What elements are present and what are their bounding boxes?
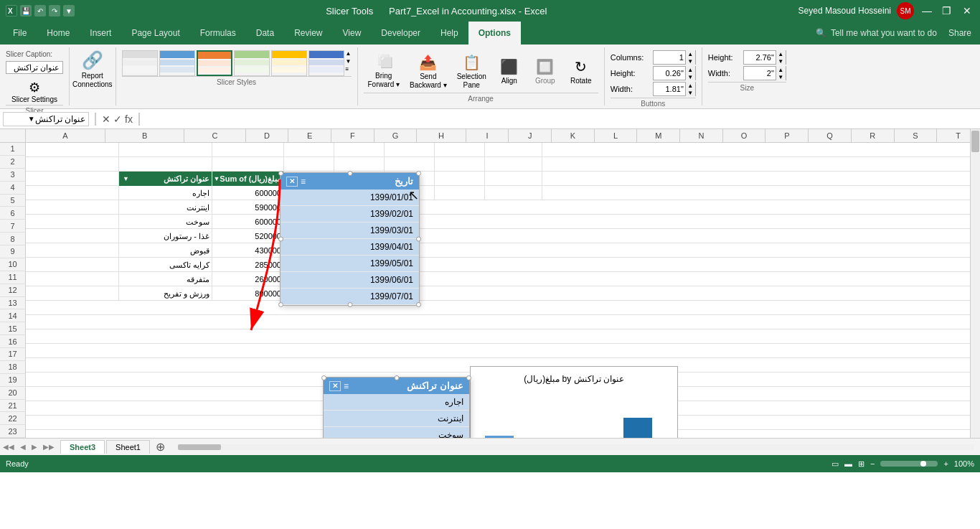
- formula-input[interactable]: [146, 113, 977, 124]
- swatch-up[interactable]: ▲: [346, 50, 352, 57]
- cell-B6[interactable]: سوخت: [119, 215, 212, 229]
- cell-B11[interactable]: ورزش و تفریح: [119, 286, 212, 301]
- cancel-formula-icon[interactable]: ✕: [102, 113, 110, 125]
- minimize-button[interactable]: —: [920, 4, 934, 18]
- button-height-spinner[interactable]: ▲ ▼: [685, 66, 695, 80]
- cell-C9[interactable]: 285000: [212, 258, 284, 272]
- quick-access-more[interactable]: ▼: [63, 5, 75, 17]
- sheet-tab-sheet1[interactable]: Sheet1: [106, 440, 150, 454]
- col-header-J[interactable]: J: [509, 129, 552, 142]
- slicer-handle-ml[interactable]: [278, 237, 283, 242]
- cell-C2[interactable]: [212, 157, 284, 172]
- row-num-12[interactable]: 12: [0, 284, 26, 297]
- button-height-value[interactable]: [654, 69, 685, 78]
- columns-up[interactable]: ▲: [685, 50, 695, 57]
- swatch-scroll[interactable]: ▲ ▼ ≡: [346, 50, 352, 76]
- cell-B7[interactable]: غذا - رستوران: [119, 229, 212, 243]
- slicer-handle-mr[interactable]: [416, 237, 421, 242]
- cell-empty-15[interactable]: [26, 344, 980, 358]
- tab-home[interactable]: Home: [37, 22, 80, 45]
- cell-B10[interactable]: متفرقه: [119, 272, 212, 286]
- list-item[interactable]: اینترنت: [324, 411, 469, 427]
- swatch-down[interactable]: ▼: [346, 58, 352, 65]
- row-num-8[interactable]: 8: [0, 233, 26, 245]
- cell-G1[interactable]: [435, 143, 485, 157]
- cat-handle-tr[interactable]: [466, 375, 471, 380]
- row-num-3[interactable]: 3: [0, 169, 26, 182]
- col-header-B[interactable]: B: [105, 129, 185, 142]
- list-item[interactable]: 1399/04/01: [281, 239, 419, 256]
- tab-nav-next[interactable]: ▶: [29, 443, 40, 451]
- cell-H2[interactable]: [485, 157, 542, 172]
- cell-empty-12[interactable]: [26, 301, 980, 315]
- date-filter-icon[interactable]: ≡: [301, 177, 306, 187]
- button-height-up[interactable]: ▲: [685, 66, 695, 73]
- slicer-handle-tc[interactable]: [347, 171, 352, 176]
- date-slicer[interactable]: تاریخ ≡ ✕ ↖ 1399/01/01 1399/02/01 1399/0…: [280, 172, 420, 306]
- undo-icon[interactable]: ↶: [34, 5, 46, 17]
- zoom-in-button[interactable]: +: [943, 459, 948, 468]
- cell-F1[interactable]: [385, 143, 435, 157]
- zoom-out-button[interactable]: −: [870, 459, 875, 468]
- cell-C4[interactable]: 600000: [212, 186, 284, 200]
- sheet-tab-sheet3[interactable]: Sheet3: [60, 440, 105, 454]
- columns-input[interactable]: ▲ ▼: [653, 50, 696, 65]
- cell-A10[interactable]: [26, 272, 119, 286]
- group-button[interactable]: 🔲 Group: [528, 55, 562, 88]
- col-header-I[interactable]: I: [466, 129, 509, 142]
- slicer-handle-tr[interactable]: [416, 171, 421, 176]
- cell-rest-6[interactable]: [334, 215, 980, 229]
- cell-rest-2[interactable]: [542, 157, 980, 172]
- button-height-down[interactable]: ▼: [685, 73, 695, 80]
- horizontal-scrollbar[interactable]: [178, 444, 974, 450]
- tab-view[interactable]: View: [333, 22, 372, 45]
- row-num-23[interactable]: 23: [0, 425, 26, 438]
- col-header-L[interactable]: L: [595, 129, 638, 142]
- cell-D1[interactable]: [284, 143, 334, 157]
- list-item[interactable]: 1399/03/01: [281, 223, 419, 239]
- cat-handle-tl[interactable]: [321, 375, 326, 380]
- style-swatch-6[interactable]: [308, 50, 344, 76]
- row-num-13[interactable]: 13: [0, 297, 26, 310]
- scroll-thumb[interactable]: [971, 131, 979, 152]
- row-num-17[interactable]: 17: [0, 348, 26, 361]
- save-icon[interactable]: 💾: [20, 5, 32, 17]
- tab-formulas[interactable]: Formulas: [190, 22, 246, 45]
- tell-me-input[interactable]: Tell me what you want to do: [831, 28, 937, 38]
- h-scroll-thumb[interactable]: [178, 444, 221, 450]
- tab-developer[interactable]: Developer: [371, 22, 430, 45]
- cell-A1[interactable]: [26, 143, 119, 157]
- cell-rest-5[interactable]: [385, 200, 980, 215]
- bring-forward-button[interactable]: ⬜ ⬜ ⬜ BringForward ▾: [364, 51, 404, 92]
- size-height-down[interactable]: ▼: [776, 57, 786, 65]
- row-num-22[interactable]: 22: [0, 412, 26, 425]
- cell-C3[interactable]: مبلغ(ریال) Sum of ▼: [212, 172, 284, 186]
- style-swatch-1[interactable]: [122, 50, 158, 76]
- col-header-S[interactable]: S: [895, 129, 938, 142]
- col-header-F[interactable]: F: [331, 129, 374, 142]
- cell-F2[interactable]: [385, 157, 435, 172]
- button-width-up[interactable]: ▲: [685, 82, 695, 89]
- cell-A7[interactable]: [26, 229, 119, 243]
- cell-A9[interactable]: [26, 258, 119, 272]
- cell-C5[interactable]: 590000: [212, 200, 284, 215]
- button-width-input[interactable]: ▲ ▼: [653, 82, 696, 96]
- size-height-up[interactable]: ▲: [776, 50, 786, 57]
- tab-review[interactable]: Review: [284, 22, 332, 45]
- cell-C11[interactable]: 800000: [212, 286, 284, 301]
- cell-B3[interactable]: عنوان تراکنش ▼: [119, 172, 212, 186]
- list-item[interactable]: 1399/02/01: [281, 206, 419, 223]
- report-connections-button[interactable]: 🔗 ReportConnections: [70, 47, 116, 106]
- tab-insert[interactable]: Insert: [80, 22, 121, 45]
- cell-G4[interactable]: [435, 186, 485, 200]
- col-header-H[interactable]: H: [417, 129, 466, 142]
- cell-A4[interactable]: [26, 186, 119, 200]
- button-width-spinner[interactable]: ▲ ▼: [685, 82, 695, 96]
- cell-C10[interactable]: 260000: [212, 272, 284, 286]
- cell-rest-4[interactable]: [542, 186, 980, 200]
- row-num-5[interactable]: 5: [0, 195, 26, 207]
- row-num-19[interactable]: 19: [0, 374, 26, 387]
- size-height-input[interactable]: ▲ ▼: [743, 50, 786, 65]
- slicer-handle-br[interactable]: [416, 302, 421, 307]
- columns-spinner[interactable]: ▲ ▼: [685, 50, 695, 65]
